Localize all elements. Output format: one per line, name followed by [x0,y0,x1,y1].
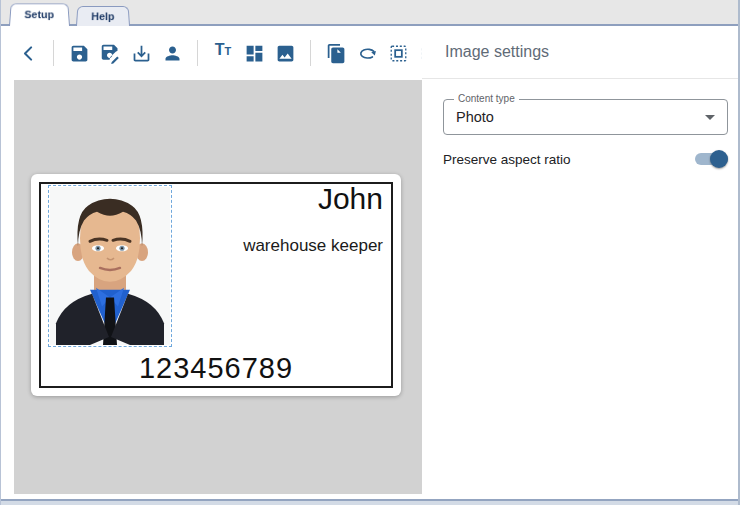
window-bottom-edge [1,499,738,505]
card-id-number-text[interactable]: 123456789 [41,352,391,385]
card-name-text[interactable]: John [318,182,383,216]
image-settings-panel: Image settings Content type Photo Preser… [422,26,738,499]
toolbar-separator [53,40,54,66]
designer-window: Setup Help [0,0,740,505]
chevron-down-icon [705,115,715,120]
panel-header: Image settings [422,26,738,79]
portrait-photo [50,187,170,345]
select-all-icon[interactable] [387,42,409,64]
preserve-aspect-ratio-label: Preserve aspect ratio [443,152,571,167]
text-icon-big-t: T [215,42,225,58]
design-canvas[interactable]: John warehouse keeper 123456789 [14,80,422,494]
person-icon[interactable] [161,42,183,64]
badge-card[interactable]: John warehouse keeper 123456789 [31,174,401,396]
back-icon[interactable] [17,42,39,64]
badge-card-border: John warehouse keeper 123456789 [39,182,393,388]
preserve-aspect-ratio-switch[interactable] [695,150,728,168]
image-icon[interactable] [274,42,296,64]
copy-icon[interactable] [325,42,347,64]
main-area: TT [1,26,738,499]
download-icon[interactable] [130,42,152,64]
save-edit-icon[interactable] [99,42,121,64]
toolbar: TT [1,26,422,80]
tab-setup[interactable]: Setup [9,3,70,26]
layout-blocks-icon[interactable] [243,42,265,64]
toolbar-separator [310,40,311,66]
panel-title: Image settings [445,43,549,61]
card-role-text[interactable]: warehouse keeper [243,236,383,256]
text-icon[interactable]: TT [212,42,234,64]
switch-thumb [710,150,728,168]
toolbar-separator [197,40,198,66]
tab-strip: Setup Help [1,0,738,26]
rotate-icon[interactable] [356,42,378,64]
editor-column: TT [1,26,422,499]
text-icon-small-t: T [225,46,232,57]
panel-body: Content type Photo Preserve aspect ratio [422,79,738,168]
tab-help[interactable]: Help [76,6,130,26]
content-type-value: Photo [456,109,494,125]
tab-help-label: Help [91,11,115,22]
content-type-label: Content type [454,93,519,105]
tab-setup-label: Setup [24,9,54,20]
save-icon[interactable] [68,42,90,64]
photo-element-selected[interactable] [48,185,172,347]
content-type-select[interactable]: Content type Photo [443,99,728,135]
preserve-aspect-ratio-row: Preserve aspect ratio [443,150,728,168]
